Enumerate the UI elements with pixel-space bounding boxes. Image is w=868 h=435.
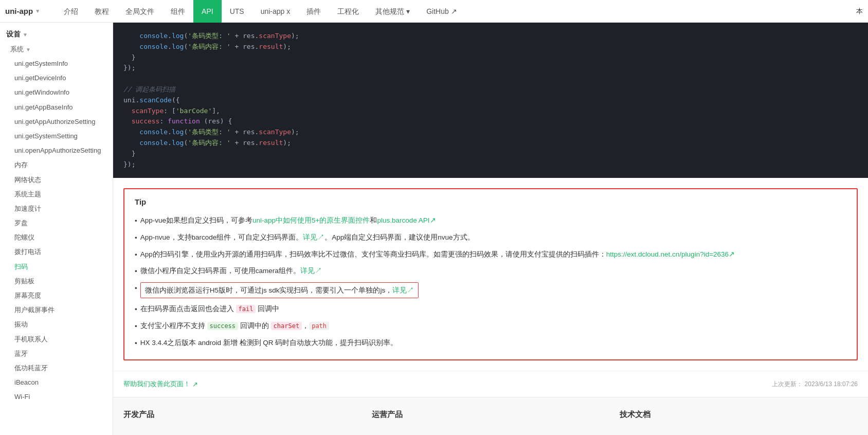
sidebar-item-gyroscope[interactable]: 陀螺仪 <box>0 230 113 245</box>
tip-item-1-text: App-vue如果想自定义扫码，可参考uni-app中如何使用5+的原生界面控件… <box>140 215 436 226</box>
code-block: console.log('条码类型: ' + res.scanType); co… <box>113 23 868 178</box>
tip-link-h5sdk[interactable]: 详见↗ <box>392 286 414 294</box>
top-nav-right: 本 <box>856 7 868 16</box>
sidebar-item-openappauthorizesetting[interactable]: uni.openAppAuthorizeSetting <box>0 143 113 158</box>
sidebar-item-getwindowinfo[interactable]: uni.getWindowInfo <box>0 85 113 100</box>
content-area: console.log('条码类型: ' + res.scanType); co… <box>113 23 868 435</box>
tip-item-3-text: App的扫码引擎，使用业内开源的通用扫码库，扫码效率比不过微信、支付宝等商业扫码… <box>140 249 735 260</box>
last-update: 上次更新： 2023/6/13 18:07:26 <box>772 380 858 389</box>
tip-link-native[interactable]: uni-app中如何使用5+的原生界面控件 <box>252 216 370 224</box>
code-success: success <box>207 322 239 330</box>
sidebar-section-title[interactable]: 设首 ▼ <box>0 27 113 42</box>
code-line-1: console.log('条码类型: ' + res.scanType); <box>123 31 858 42</box>
products-col-ops-title: 运营产品 <box>372 410 610 420</box>
tip-item-8-text: HX 3.4.4之后版本 android 新增 检测到 QR 码时自动放大功能，… <box>140 337 398 349</box>
tip-section: Tip App-vue如果想自定义扫码，可参考uni-app中如何使用5+的原生… <box>123 188 858 360</box>
nav-item-components[interactable]: 组件 <box>162 0 193 23</box>
tip-title: Tip <box>135 197 846 206</box>
tip-list: App-vue如果想自定义扫码，可参考uni-app中如何使用5+的原生界面控件… <box>135 212 846 351</box>
tip-link-plusbarcode[interactable]: plus.barcode API↗ <box>377 216 436 224</box>
sidebar-system-arrow: ▼ <box>26 47 31 52</box>
tip-item-7: 支付宝小程序不支持 success 回调中的 charSet，path <box>135 318 846 335</box>
logo[interactable]: uni-app ▼ <box>5 7 40 15</box>
tip-item-2: App-nvue，支持barcode组件，可自定义扫码界面。详见↗。App端自定… <box>135 229 846 246</box>
help-link[interactable]: 帮助我们改善此页面！ ↗ <box>123 379 198 389</box>
sidebar-item-wifi[interactable]: Wi-Fi <box>0 390 113 404</box>
code-charset: charSet <box>271 322 302 330</box>
tip-item-5-highlighted: 微信内嵌浏览器运行H5版时，可通过js sdk实现扫码，需要引入一个单独的js，… <box>140 282 419 299</box>
code-line-13: }); <box>123 159 858 170</box>
sidebar-item-getsysteminfo[interactable]: uni.getSystemInfo <box>0 57 113 71</box>
tip-link-nvue[interactable]: 详见↗ <box>303 233 324 241</box>
sidebar-item-theme[interactable]: 系统主题 <box>0 187 113 202</box>
tip-item-4-text: 微信小程序自定义扫码界面，可使用camera组件。详见↗ <box>140 265 322 277</box>
products-section: 开发产品 运营产品 技术文档 <box>113 397 868 435</box>
products-col-docs: 技术文档 <box>620 410 858 426</box>
sidebar-item-compass[interactable]: 罗盘 <box>0 216 113 230</box>
tip-item-5-text: 微信内嵌浏览器运行H5版时，可通过js sdk实现扫码，需要引入一个单独的js，… <box>145 286 414 294</box>
top-nav: uni-app ▼ 介绍 教程 全局文件 组件 API UTS uni-app … <box>0 0 868 23</box>
tip-link-alipay-plugin[interactable]: https://ext.dcloud.net.cn/plugin?id=2636… <box>606 250 735 258</box>
page-footer: 帮助我们改善此页面！ ↗ 上次更新： 2023/6/13 18:07:26 <box>113 371 868 397</box>
sidebar-item-getappbaseinfo[interactable]: uni.getAppBaseInfo <box>0 100 113 115</box>
sidebar: 设首 ▼ 系统 ▼ uni.getSystemInfo uni.getDevic… <box>0 23 113 435</box>
logo-text: uni-app <box>5 7 33 15</box>
main-layout: 设首 ▼ 系统 ▼ uni.getSystemInfo uni.getDevic… <box>0 23 868 435</box>
sidebar-item-phone[interactable]: 拨打电话 <box>0 245 113 259</box>
last-update-value: 2023/6/13 18:07:26 <box>805 380 858 388</box>
sidebar-item-bluetooth[interactable]: 蓝牙 <box>0 347 113 361</box>
tip-item-5: 微信内嵌浏览器运行H5版时，可通过js sdk实现扫码，需要引入一个单独的js，… <box>135 280 846 301</box>
sidebar-item-screenshot[interactable]: 用户截屏事件 <box>0 303 113 317</box>
tip-item-4: 微信小程序自定义扫码界面，可使用camera组件。详见↗ <box>135 263 846 280</box>
code-line-8: scanType: ['barCode'], <box>123 106 858 117</box>
sidebar-item-ibeacon[interactable]: iBeacon <box>0 375 113 390</box>
help-link-icon: ↗ <box>192 380 198 388</box>
sidebar-item-getappauthorizesetting[interactable]: uni.getAppAuthorizeSetting <box>0 115 113 129</box>
sidebar-item-accelerometer[interactable]: 加速度计 <box>0 202 113 216</box>
sidebar-section-label: 设首 <box>6 30 21 39</box>
nav-item-others[interactable]: 其他规范 ▾ <box>367 0 418 23</box>
sidebar-section-arrow: ▼ <box>23 32 28 38</box>
code-line-10: console.log('条码类型: ' + res.scanType); <box>123 127 858 138</box>
tip-link-camera[interactable]: 详见↗ <box>300 267 322 275</box>
nav-item-global[interactable]: 全局文件 <box>117 0 162 23</box>
code-line-6: // 调起条码扫描 <box>123 84 858 95</box>
nav-items: 介绍 教程 全局文件 组件 API UTS uni-app x 插件 工程化 其… <box>56 0 465 23</box>
logo-arrow: ▼ <box>35 8 40 14</box>
sidebar-item-vibrate[interactable]: 振动 <box>0 317 113 332</box>
code-line-3: } <box>123 52 858 63</box>
code-line-9: success: function (res) { <box>123 116 858 127</box>
sidebar-item-ble[interactable]: 低功耗蓝牙 <box>0 361 113 375</box>
sidebar-item-memory[interactable]: 内存 <box>0 158 113 172</box>
nav-item-github[interactable]: GitHub ↗ <box>418 0 465 23</box>
sidebar-item-scancode[interactable]: 扫码 <box>0 260 113 274</box>
nav-item-uniappx[interactable]: uni-app x <box>252 0 299 23</box>
code-line-11: console.log('条码内容: ' + res.result); <box>123 138 858 149</box>
code-line-12: } <box>123 149 858 159</box>
code-path: path <box>309 322 329 330</box>
help-link-text: 帮助我们改善此页面！ <box>123 379 190 389</box>
code-fail: fail <box>236 305 256 313</box>
nav-item-plugin[interactable]: 插件 <box>298 0 329 23</box>
sidebar-item-clipboard[interactable]: 剪贴板 <box>0 274 113 288</box>
code-line-2: console.log('条码内容: ' + res.result); <box>123 42 858 52</box>
sidebar-item-getdeviceinfo[interactable]: uni.getDeviceInfo <box>0 71 113 85</box>
sidebar-system-label: 系统 <box>10 45 24 54</box>
nav-item-tutorial[interactable]: 教程 <box>86 0 117 23</box>
sidebar-item-contacts[interactable]: 手机联系人 <box>0 332 113 347</box>
tip-item-2-text: App-nvue，支持barcode组件，可自定义扫码界面。详见↗。App端自定… <box>140 232 475 243</box>
sidebar-item-brightness[interactable]: 屏幕亮度 <box>0 288 113 303</box>
nav-item-intro[interactable]: 介绍 <box>56 0 86 23</box>
nav-item-engineering[interactable]: 工程化 <box>329 0 367 23</box>
products-col-docs-title: 技术文档 <box>620 410 858 420</box>
products-grid: 开发产品 运营产品 技术文档 <box>123 410 858 426</box>
sidebar-item-network[interactable]: 网络状态 <box>0 173 113 187</box>
tip-item-6: 在扫码界面点击返回也会进入 fail 回调中 <box>135 301 846 318</box>
products-col-dev: 开发产品 <box>123 410 361 426</box>
sidebar-sub-system[interactable]: 系统 ▼ <box>0 42 113 57</box>
code-line-4: }); <box>123 63 858 74</box>
nav-item-api[interactable]: API <box>193 0 222 23</box>
sidebar-item-getsystemsetting[interactable]: uni.getSystemSetting <box>0 129 113 143</box>
tip-item-7-text: 支付宝小程序不支持 success 回调中的 charSet，path <box>140 320 329 332</box>
nav-item-uts[interactable]: UTS <box>222 0 252 23</box>
